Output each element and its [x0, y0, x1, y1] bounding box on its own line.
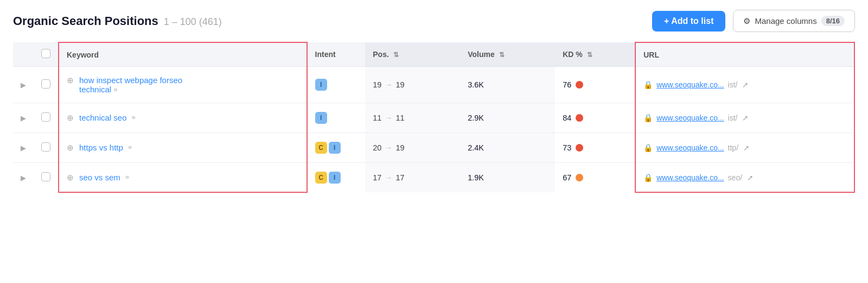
- th-url-label: URL: [643, 51, 659, 59]
- intent-cell: CI: [307, 163, 366, 193]
- table-body: ▶ ⊕ how inspect webpage forseo technical…: [13, 67, 854, 193]
- volume-cell: 3.6K: [460, 67, 555, 103]
- th-keyword-label: Keyword: [67, 51, 99, 59]
- columns-badge: 8/16: [821, 16, 845, 26]
- data-table: Keyword Intent Pos. ⇅ Volume ⇅ KD % ⇅: [13, 42, 855, 193]
- pos-from: 20: [373, 143, 381, 152]
- keyword-chevron: »: [125, 173, 129, 181]
- keyword-link[interactable]: how inspect webpage forseo: [79, 76, 182, 85]
- kd-dot: [576, 144, 583, 152]
- external-link-icon[interactable]: ➚: [747, 173, 754, 182]
- table-row: ▶ ⊕ https vs http » CI 20 → 19 2.4K 73 🔒…: [13, 133, 854, 163]
- header-actions: + Add to list ⚙ Manage columns 8/16: [652, 10, 855, 32]
- pos-from: 11: [373, 114, 381, 122]
- keyword-chevron: »: [132, 113, 136, 121]
- expand-button[interactable]: ▶: [21, 144, 26, 152]
- keyword-link-continued[interactable]: technical: [79, 85, 111, 94]
- intent-badge-i: I: [315, 79, 327, 91]
- volume-value: 1.9K: [468, 173, 484, 182]
- lock-icon: 🔒: [643, 173, 653, 182]
- external-link-icon[interactable]: ➚: [743, 143, 750, 152]
- keyword-cell: ⊕ technical seo »: [59, 103, 307, 133]
- header: Organic Search Positions 1 – 100 (461) +…: [13, 10, 855, 32]
- check-cell: [34, 133, 59, 163]
- page-wrapper: Organic Search Positions 1 – 100 (461) +…: [0, 0, 868, 283]
- url-link[interactable]: www.seoquake.co...: [656, 114, 724, 122]
- pos-arrow-icon: →: [385, 173, 392, 182]
- external-link-icon[interactable]: ➚: [742, 114, 749, 122]
- volume-value: 3.6K: [468, 80, 484, 89]
- expand-button[interactable]: ▶: [21, 81, 26, 89]
- pos-cell: 19 → 19: [365, 67, 460, 103]
- header-title: Organic Search Positions 1 – 100 (461): [13, 14, 222, 28]
- th-intent: Intent: [307, 42, 366, 67]
- manage-columns-button[interactable]: ⚙ Manage columns 8/16: [733, 10, 855, 32]
- page-title: Organic Search Positions: [13, 14, 158, 28]
- row-checkbox[interactable]: [41, 112, 50, 122]
- keyword-link[interactable]: technical seo: [79, 113, 127, 122]
- intent-cell: I: [307, 103, 366, 133]
- kd-values: 67: [563, 173, 627, 182]
- header-checkbox[interactable]: [41, 49, 50, 58]
- intent-badge-i: I: [315, 112, 327, 124]
- table-row: ▶ ⊕ seo vs sem » CI 17 → 17 1.9K 67 🔒 ww…: [13, 163, 854, 193]
- url-link[interactable]: www.seoquake.co...: [656, 80, 724, 89]
- th-intent-label: Intent: [315, 50, 336, 59]
- url-link[interactable]: www.seoquake.co...: [656, 173, 724, 182]
- url-link[interactable]: www.seoquake.co...: [656, 143, 724, 152]
- gear-icon: ⚙: [743, 16, 750, 26]
- url-cell: 🔒 www.seoquake.co... ist/ ➚: [635, 103, 854, 133]
- pos-filter-icon: ⇅: [393, 51, 399, 59]
- add-to-list-button[interactable]: + Add to list: [652, 11, 725, 32]
- keyword-link[interactable]: seo vs sem: [79, 173, 120, 182]
- kd-value: 73: [563, 143, 571, 152]
- kd-value: 67: [563, 173, 571, 182]
- keyword-cell: ⊕ seo vs sem »: [59, 163, 307, 193]
- row-checkbox[interactable]: [41, 172, 50, 181]
- keyword-add-icon: ⊕: [67, 113, 74, 123]
- keyword-inner: ⊕ https vs http »: [67, 143, 299, 153]
- table-row: ▶ ⊕ technical seo » I 11 → 11 2.9K 84 🔒 …: [13, 103, 854, 133]
- volume-cell: 1.9K: [460, 163, 555, 193]
- th-url: URL: [635, 42, 854, 67]
- keyword-add-icon: ⊕: [67, 173, 74, 183]
- pos-values: 20 → 19: [373, 143, 452, 152]
- intent-badge-i: I: [329, 172, 341, 184]
- th-kd-label: KD %: [563, 50, 583, 59]
- lock-icon: 🔒: [643, 114, 653, 122]
- th-pos-label: Pos.: [373, 50, 389, 59]
- url-content: 🔒 www.seoquake.co... seo/ ➚: [643, 173, 846, 182]
- kd-cell: 76: [555, 67, 635, 103]
- expand-button[interactable]: ▶: [21, 174, 26, 182]
- volume-value: 2.4K: [468, 143, 484, 152]
- volume-cell: 2.4K: [460, 133, 555, 163]
- pos-cell: 11 → 11: [365, 103, 460, 133]
- th-kd[interactable]: KD % ⇅: [555, 42, 635, 67]
- keyword-chevron: »: [113, 85, 117, 93]
- keyword-chevron: »: [128, 143, 132, 151]
- keyword-inner: ⊕ technical seo »: [67, 113, 299, 123]
- row-checkbox[interactable]: [41, 79, 50, 89]
- pos-to: 11: [395, 114, 404, 122]
- th-volume-label: Volume: [468, 50, 495, 59]
- kd-filter-icon: ⇅: [587, 51, 592, 59]
- check-cell: [34, 67, 59, 103]
- th-pos[interactable]: Pos. ⇅: [365, 42, 460, 67]
- pos-from: 17: [373, 173, 381, 182]
- keyword-inner: ⊕ how inspect webpage forseo technical »: [67, 76, 299, 94]
- row-checkbox[interactable]: [41, 142, 50, 152]
- pos-values: 17 → 17: [373, 173, 452, 182]
- volume-value: 2.9K: [468, 114, 484, 122]
- external-link-icon[interactable]: ➚: [742, 80, 749, 89]
- volume-filter-icon: ⇅: [499, 51, 505, 59]
- expand-cell: ▶: [13, 67, 34, 103]
- pos-values: 19 → 19: [373, 80, 452, 89]
- url-path: ist/: [726, 114, 738, 122]
- keyword-link[interactable]: https vs http: [79, 143, 123, 152]
- th-volume[interactable]: Volume ⇅: [460, 42, 555, 67]
- kd-values: 73: [563, 143, 627, 152]
- expand-button[interactable]: ▶: [21, 114, 26, 122]
- kd-value: 84: [563, 114, 571, 122]
- th-check: [34, 42, 59, 67]
- lock-icon: 🔒: [643, 143, 653, 152]
